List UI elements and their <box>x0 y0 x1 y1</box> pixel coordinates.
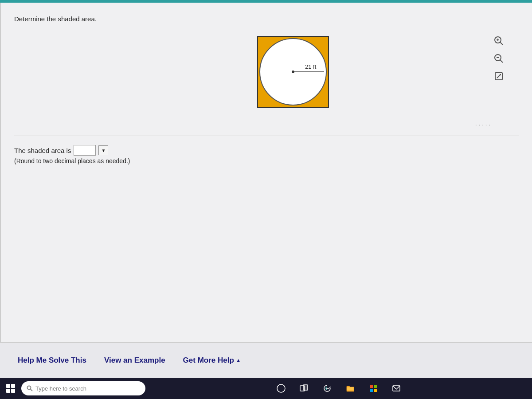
start-button[interactable] <box>4 381 18 395</box>
round-note: (Round to two decimal places as needed.) <box>14 157 519 164</box>
svg-text:21 ft: 21 ft <box>305 63 317 70</box>
get-more-help-button[interactable]: Get More Help ▲ <box>174 352 250 369</box>
mail-icon[interactable] <box>388 380 404 396</box>
svg-rect-21 <box>374 385 377 388</box>
task-view-icon[interactable] <box>273 380 289 396</box>
search-input[interactable] <box>35 385 140 392</box>
windows-icon <box>6 384 15 393</box>
taskbar-center-icons <box>149 380 528 396</box>
svg-rect-23 <box>374 389 377 392</box>
edge-browser-icon[interactable] <box>319 380 335 396</box>
svg-point-14 <box>27 386 31 390</box>
view-example-button[interactable]: View an Example <box>95 352 174 369</box>
answer-section: The shaded area is ▼ <box>14 145 519 156</box>
bottom-bar: Help Me Solve This View an Example Get M… <box>0 342 532 378</box>
svg-rect-18 <box>303 385 308 390</box>
answer-input[interactable] <box>74 145 96 156</box>
search-icon <box>27 385 33 391</box>
taskbar <box>0 378 532 399</box>
question-instruction: Determine the shaded area. <box>14 15 519 23</box>
svg-rect-22 <box>370 389 373 392</box>
store-icon[interactable] <box>365 380 381 396</box>
main-content: Determine the shaded area. <box>0 3 532 378</box>
taskbar-search[interactable] <box>21 381 145 395</box>
zoom-in-icon[interactable] <box>492 34 505 47</box>
svg-rect-20 <box>370 385 373 388</box>
dots-ellipsis: ..... <box>475 120 492 127</box>
svg-line-10 <box>501 60 503 63</box>
unit-dropdown[interactable]: ▼ <box>98 145 108 155</box>
svg-line-15 <box>31 389 33 391</box>
diagram: 21 ft <box>255 34 331 111</box>
multitasking-icon[interactable] <box>296 380 312 396</box>
section-divider <box>14 136 519 136</box>
edit-icon[interactable] <box>492 70 505 83</box>
answer-prefix: The shaded area is <box>14 147 71 154</box>
zoom-out-icon[interactable] <box>492 52 505 65</box>
svg-line-6 <box>501 43 503 45</box>
svg-point-16 <box>277 384 285 392</box>
question-panel: Determine the shaded area. <box>0 3 532 342</box>
file-explorer-icon[interactable] <box>342 380 358 396</box>
help-me-solve-button[interactable]: Help Me Solve This <box>9 352 95 369</box>
svg-line-13 <box>497 74 501 78</box>
svg-rect-19 <box>347 387 354 391</box>
